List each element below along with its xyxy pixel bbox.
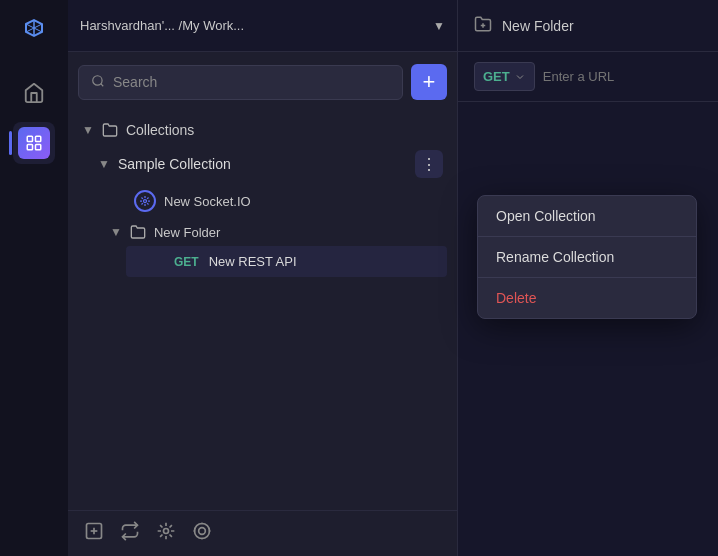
svg-point-12 [199, 528, 206, 535]
url-bar: GET [458, 52, 718, 102]
svg-point-4 [93, 75, 102, 84]
sample-collection-children: New Socket.IO ▼ New Folder GET [94, 184, 447, 277]
new-folder-label: New Folder [154, 225, 220, 240]
nav-icon-collections[interactable] [13, 122, 55, 164]
svg-rect-0 [27, 136, 32, 141]
context-menu-delete[interactable]: Delete [478, 278, 696, 318]
workspace-dropdown-arrow[interactable]: ▼ [433, 19, 445, 33]
svg-point-11 [195, 524, 210, 539]
http-method-label: GET [483, 69, 510, 84]
new-folder-arrow[interactable]: ▼ [110, 225, 122, 239]
new-folder-icon [130, 224, 146, 240]
new-folder-item: ▼ New Folder [110, 218, 447, 246]
sidebar: Harshvardhan'... /My Work... ▼ + ▼ [68, 0, 458, 556]
sample-collection-arrow[interactable]: ▼ [98, 157, 110, 171]
svg-rect-1 [36, 136, 41, 141]
method-dropdown-arrow-icon [514, 71, 526, 83]
sample-collection-label: Sample Collection [118, 156, 231, 172]
switch-icon[interactable] [120, 521, 140, 546]
sample-collection: ▼ Sample Collection ⋮ [78, 144, 447, 277]
add-request-icon[interactable] [84, 521, 104, 546]
top-bar: Harshvardhan'... /My Work... ▼ [68, 0, 457, 52]
bottom-icons-bar [68, 510, 457, 556]
rest-api-row[interactable]: GET New REST API [126, 246, 447, 277]
collection-options-button[interactable]: ⋮ [415, 150, 443, 178]
right-top-bar: New Folder [458, 0, 718, 52]
context-menu: Open Collection Rename Collection Delete [477, 195, 697, 319]
main-panel: Harshvardhan'... /My Work... ▼ + ▼ [68, 0, 718, 556]
svg-line-5 [101, 83, 104, 86]
search-area: + [68, 52, 457, 112]
socket-io-label: New Socket.IO [164, 194, 251, 209]
svg-point-10 [164, 529, 169, 534]
rest-api-method: GET [174, 255, 199, 269]
socket-io-icon [134, 190, 156, 212]
context-menu-rename-collection[interactable]: Rename Collection [478, 237, 696, 278]
rest-api-name: New REST API [209, 254, 297, 269]
http-method-select[interactable]: GET [474, 62, 535, 91]
new-folder-title: New Folder [502, 18, 574, 34]
nav-icon-home[interactable] [13, 72, 55, 114]
url-input[interactable] [543, 69, 711, 84]
workspace-label: Harshvardhan'... /My Work... [80, 18, 429, 33]
svg-rect-3 [36, 145, 41, 150]
context-menu-open-collection[interactable]: Open Collection [478, 196, 696, 237]
svg-point-6 [144, 200, 147, 203]
app-logo [16, 12, 52, 48]
add-button[interactable]: + [411, 64, 447, 100]
scan-icon[interactable] [192, 521, 212, 546]
collections-folder-icon [102, 122, 118, 138]
collections-header: ▼ Collections [78, 116, 447, 144]
icon-bar [0, 0, 68, 556]
socket-bottom-icon[interactable] [156, 521, 176, 546]
collections-label: Collections [126, 122, 194, 138]
collections-expand-arrow[interactable]: ▼ [82, 123, 94, 137]
search-input[interactable] [113, 74, 390, 90]
socket-io-item[interactable]: New Socket.IO [110, 184, 447, 218]
collections-tree: ▼ Collections ▼ Sample Collection ⋮ [68, 112, 457, 510]
search-box [78, 65, 403, 100]
svg-rect-2 [27, 145, 32, 150]
new-rest-api-container: GET New REST API [110, 246, 447, 277]
sample-collection-header: ▼ Sample Collection ⋮ [94, 144, 447, 184]
search-icon [91, 74, 105, 91]
new-folder-add-icon [474, 15, 492, 37]
